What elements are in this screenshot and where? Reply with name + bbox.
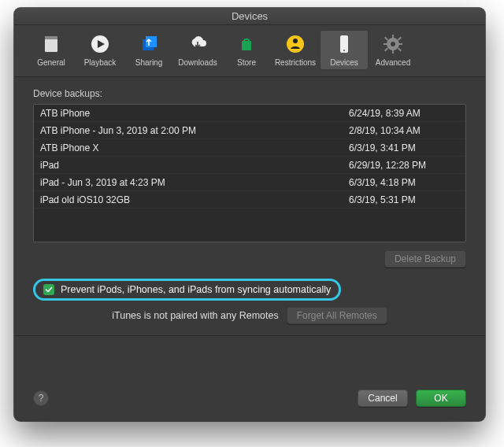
table-row[interactable]: iPad - Jun 3, 2019 at 4:23 PM 6/3/19, 4:…	[34, 174, 465, 191]
backup-time: 6/3/19, 5:31 PM	[349, 194, 459, 205]
tab-advanced[interactable]: Advanced	[369, 30, 417, 70]
svg-point-8	[293, 39, 298, 43]
cloud-download-icon	[187, 33, 209, 55]
help-button[interactable]: ?	[33, 390, 49, 406]
dialog-footer: ? Cancel OK	[14, 379, 485, 421]
tab-downloads[interactable]: Downloads	[173, 30, 222, 70]
tab-label: Devices	[330, 58, 358, 67]
svg-rect-14	[392, 50, 394, 54]
svg-point-10	[343, 50, 345, 51]
tab-restrictions[interactable]: Restrictions	[271, 30, 320, 70]
svg-rect-1	[45, 36, 57, 39]
restrictions-icon	[284, 33, 306, 55]
backup-time: 6/3/19, 4:18 PM	[349, 177, 459, 188]
table-row[interactable]: ATB iPhone X 6/3/19, 3:41 PM	[34, 139, 465, 157]
backup-actions: Delete Backup	[33, 250, 466, 268]
prevent-sync-checkbox[interactable]	[43, 284, 54, 295]
backup-name: ATB iPhone	[40, 108, 349, 119]
table-row[interactable]: ATB iPhone 6/24/19, 8:39 AM	[34, 105, 465, 122]
sharing-icon	[138, 33, 160, 55]
divider	[14, 335, 485, 336]
backup-time: 6/29/19, 12:28 PM	[349, 160, 459, 171]
general-icon	[40, 33, 62, 55]
tab-label: Restrictions	[275, 58, 316, 67]
svg-rect-18	[398, 37, 402, 41]
tab-label: General	[37, 58, 65, 67]
help-icon: ?	[39, 393, 44, 404]
tab-general[interactable]: General	[27, 30, 76, 70]
store-icon	[235, 33, 258, 55]
backup-time: 6/24/19, 8:39 AM	[349, 108, 459, 119]
svg-rect-20	[398, 48, 402, 52]
remotes-status: iTunes is not paired with any Remotes	[112, 310, 278, 321]
tab-devices[interactable]: Devices	[320, 30, 369, 70]
backup-name: ATB iPhone - Jun 3, 2019 at 2:00 PM	[40, 125, 349, 136]
backup-time: 6/3/19, 3:41 PM	[349, 142, 459, 153]
backups-label: Device backups:	[33, 88, 466, 99]
svg-rect-19	[384, 48, 388, 52]
table-row[interactable]: iPad 6/29/19, 12:28 PM	[34, 157, 465, 174]
device-icon	[333, 33, 355, 55]
window-title: Devices	[232, 10, 268, 22]
tab-label: Store	[237, 58, 256, 67]
svg-rect-15	[384, 43, 387, 45]
backup-name: iPad - Jun 3, 2019 at 4:23 PM	[40, 177, 349, 188]
window-titlebar: Devices	[14, 8, 485, 25]
backup-time: 2/8/19, 10:34 AM	[349, 125, 459, 136]
backups-list[interactable]: ATB iPhone 6/24/19, 8:39 AM ATB iPhone -…	[33, 104, 466, 242]
preferences-toolbar: General Playback Sharing Downloads Store	[14, 25, 485, 77]
forget-remotes-button[interactable]: Forget All Remotes	[287, 307, 387, 324]
delete-backup-button[interactable]: Delete Backup	[384, 250, 466, 268]
remotes-row: iTunes is not paired with any Remotes Fo…	[33, 307, 466, 324]
tab-store[interactable]: Store	[222, 30, 271, 70]
tab-label: Playback	[84, 58, 117, 67]
play-icon	[89, 33, 111, 55]
tab-label: Advanced	[376, 58, 410, 67]
prevent-sync-label: Prevent iPods, iPhones, and iPads from s…	[61, 284, 331, 295]
backup-name: iPad old iOS10 32GB	[40, 194, 349, 205]
svg-rect-16	[398, 43, 402, 45]
svg-point-12	[391, 42, 395, 46]
tab-label: Sharing	[135, 58, 162, 67]
preferences-window: Devices General Playback Sharing Downloa…	[14, 8, 485, 421]
gear-icon	[382, 33, 404, 55]
cancel-button[interactable]: Cancel	[358, 390, 408, 407]
svg-rect-13	[392, 35, 394, 39]
prevent-sync-row: Prevent iPods, iPhones, and iPads from s…	[33, 279, 341, 301]
devices-panel: Device backups: ATB iPhone 6/24/19, 8:39…	[14, 77, 485, 379]
svg-point-7	[287, 35, 304, 53]
ok-button[interactable]: OK	[416, 390, 466, 407]
svg-rect-6	[242, 41, 251, 50]
svg-rect-17	[384, 37, 388, 41]
table-row[interactable]: ATB iPhone - Jun 3, 2019 at 2:00 PM 2/8/…	[34, 122, 465, 139]
backup-name: ATB iPhone X	[40, 142, 349, 153]
table-row[interactable]: iPad old iOS10 32GB 6/3/19, 5:31 PM	[34, 191, 465, 209]
tab-playback[interactable]: Playback	[76, 30, 124, 70]
tab-label: Downloads	[178, 58, 217, 67]
backup-name: iPad	[40, 160, 349, 171]
tab-sharing[interactable]: Sharing	[124, 30, 173, 70]
